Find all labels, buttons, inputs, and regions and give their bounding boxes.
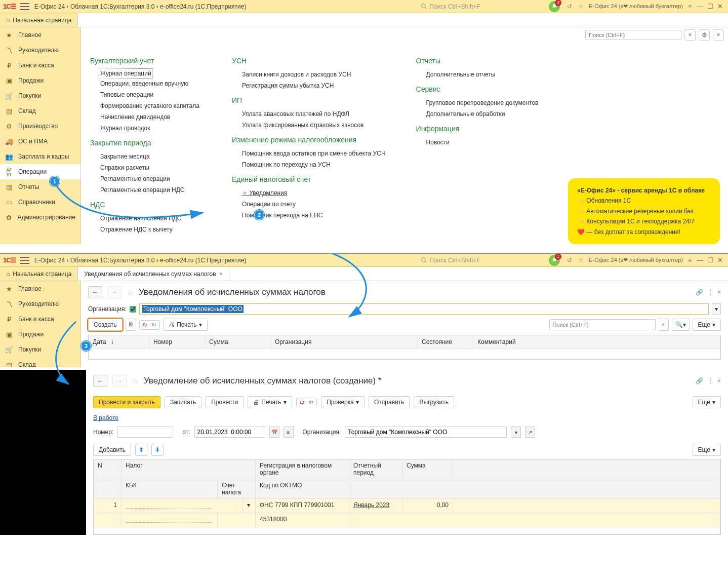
dtct-button[interactable]: ДтКт <box>139 320 160 330</box>
list-search-clear[interactable]: × <box>659 319 669 331</box>
col-comment[interactable]: Комментарий <box>473 335 720 349</box>
gh-tax[interactable]: Налог <box>122 459 256 479</box>
link-nds2[interactable]: Отражение НДС к вычету <box>90 224 201 235</box>
sidebar-item-admin[interactable]: ✿Администрирование <box>0 210 80 225</box>
link-notifications[interactable]: Уведомления <box>232 187 386 199</box>
move-up-icon[interactable]: ⬆ <box>135 444 147 456</box>
dtct-button-2[interactable]: ДтКт <box>296 398 317 407</box>
gh-acct[interactable]: Счет налога <box>218 479 256 499</box>
link-dividends[interactable]: Начисление дивидендов <box>90 111 201 123</box>
search-dd[interactable]: 🔍▾ <box>672 319 690 331</box>
create-button[interactable]: Создать <box>88 319 123 331</box>
link-ip2[interactable]: Уплата фиксированных страховых взносов <box>232 120 386 131</box>
star-icon[interactable]: ☆ <box>578 257 584 264</box>
copy-button[interactable]: ⎘ <box>126 319 136 331</box>
link-extra-proc[interactable]: Дополнительные обработки <box>416 108 539 120</box>
close-panel-icon[interactable]: × <box>713 29 724 41</box>
save-button[interactable]: Записать <box>165 396 201 408</box>
gd-reg[interactable]: ФНС 7799 КПП 779901001 <box>256 499 349 513</box>
tab-home-2[interactable]: ⌂ Начальная страница <box>0 267 78 281</box>
sidebar-item-sales[interactable]: ▣Продажи <box>0 327 80 342</box>
check-button[interactable]: Проверка ▾ <box>321 396 365 408</box>
minimize-icon[interactable]: — <box>697 256 703 264</box>
sidebar-item-reports[interactable]: ▥Отчеты <box>0 179 80 195</box>
gd-tax[interactable] <box>122 499 243 513</box>
org-checkbox[interactable] <box>130 306 136 313</box>
nav-back-2[interactable]: ← <box>93 375 107 387</box>
gh-period[interactable]: Отчетный период <box>349 459 402 479</box>
link-capital[interactable]: Формирование уставного капитала <box>90 100 201 111</box>
col-date[interactable]: Дата ↓ <box>89 335 149 349</box>
gh-sum[interactable]: Сумма <box>402 459 453 479</box>
sidebar-item-main[interactable]: ★Главное <box>0 281 80 296</box>
num-input[interactable] <box>117 427 173 438</box>
history-icon[interactable]: ↺ <box>567 257 572 264</box>
gh-n[interactable]: N <box>94 459 122 479</box>
move-down-icon[interactable]: ⬇ <box>151 444 164 456</box>
link-ens-ops[interactable]: Операции по счету <box>232 199 386 210</box>
org-dropdown[interactable]: ▾ <box>712 303 721 315</box>
link-usn2[interactable]: Регистрация суммы убытка УСН <box>232 80 386 91</box>
gd-n[interactable]: 1 <box>94 499 122 513</box>
add-button[interactable]: Добавить <box>93 444 131 456</box>
close-window-icon[interactable]: ✕ <box>717 3 723 10</box>
sidebar-item-manager[interactable]: 〽Руководителю <box>0 43 80 58</box>
menu-icon[interactable]: ≡ <box>688 3 692 10</box>
sidebar-item-stock[interactable]: ▤Склад <box>0 103 80 119</box>
gd-oktmo[interactable]: 45318000 <box>256 513 349 527</box>
link-nds1[interactable]: Отражение начисления НДС <box>90 213 201 224</box>
link-calc-reports[interactable]: Справки-расчеты <box>90 162 201 173</box>
content-search[interactable] <box>585 30 681 40</box>
link-extra-reports[interactable]: Дополнительные отчеты <box>416 69 539 80</box>
link-regime2[interactable]: Помощник по переходу на УСН <box>232 159 386 170</box>
link-usn1[interactable]: Записи книги доходов и расходов УСН <box>232 69 386 80</box>
gh-reg[interactable]: Регистрация в налоговом органе <box>256 459 349 479</box>
post-close-button[interactable]: Провести и закрыть <box>93 396 160 408</box>
link-month-close[interactable]: Закрытие месяца <box>90 151 201 162</box>
sidebar-item-sales[interactable]: ▣Продажи <box>0 73 80 88</box>
list-search[interactable] <box>549 319 656 330</box>
notifications-icon[interactable]: 3 <box>549 1 560 12</box>
nav-fwd-2[interactable]: → <box>112 375 127 387</box>
link-group-repost[interactable]: Групповое перепроведение документов <box>416 97 539 108</box>
print-button[interactable]: 🖨 Печать ▾ <box>163 319 207 331</box>
sidebar-item-stock[interactable]: ▤Склад <box>0 357 80 367</box>
settings-icon[interactable]: ⚙ <box>699 29 710 41</box>
tab-home[interactable]: ⌂ Начальная страница <box>0 13 78 27</box>
list-icon[interactable]: ≡ <box>284 427 294 438</box>
link-entries[interactable]: Журнал проводок <box>90 123 201 134</box>
org-input-2[interactable] <box>345 427 507 438</box>
more-button[interactable]: Еще ▾ <box>693 319 721 331</box>
gd-sum[interactable]: 0,00 <box>402 499 453 513</box>
col-org[interactable]: Организация <box>271 335 418 349</box>
sidebar-item-main[interactable]: ★Главное <box>0 27 80 43</box>
sidebar-item-payroll[interactable]: 👥Зарплата и кадры <box>0 149 80 164</box>
date-input[interactable] <box>194 427 265 438</box>
calendar-icon[interactable]: 📅 <box>269 427 279 438</box>
export-button[interactable]: Выгрузить <box>414 396 454 408</box>
burger-icon[interactable] <box>20 3 29 10</box>
menu-icon[interactable]: ≡ <box>688 257 692 264</box>
close-window-icon[interactable]: ✕ <box>717 256 723 264</box>
col-state[interactable]: Состояние <box>418 335 473 349</box>
close-icon[interactable]: × <box>717 289 721 296</box>
sidebar-item-operations[interactable]: ДтКтОперации <box>0 164 80 179</box>
fav-star-icon[interactable]: ☆ <box>127 288 134 297</box>
link-reg-ops-nds[interactable]: Регламентные операции НДС <box>90 184 201 196</box>
notifications-icon[interactable]: 3 <box>549 255 560 266</box>
status-link[interactable]: В работе <box>86 412 126 423</box>
gh-kbk[interactable]: КБК <box>122 479 218 499</box>
tab-notifications[interactable]: Уведомления об исчисленных суммах налого… <box>78 267 229 281</box>
sidebar-item-bank[interactable]: ₽Банк и касса <box>0 312 80 327</box>
post-button[interactable]: Провести <box>206 396 244 408</box>
maximize-icon[interactable]: ☐ <box>707 256 713 264</box>
sidebar-item-refs[interactable]: ▭Справочники <box>0 195 80 210</box>
gd-tax-dd[interactable]: ▾ <box>243 499 256 513</box>
gd-kbk[interactable] <box>122 513 218 527</box>
global-search[interactable]: Поиск Ctrl+Shift+F <box>417 2 544 12</box>
print-button-2[interactable]: 🖨 Печать ▾ <box>248 396 292 408</box>
link-typical-ops[interactable]: Типовые операции <box>90 89 201 100</box>
link-icon[interactable]: 🔗 <box>696 289 703 296</box>
link-news[interactable]: Новости <box>416 137 539 148</box>
link-manual-ops[interactable]: Операции, введенные вручную <box>90 78 201 89</box>
